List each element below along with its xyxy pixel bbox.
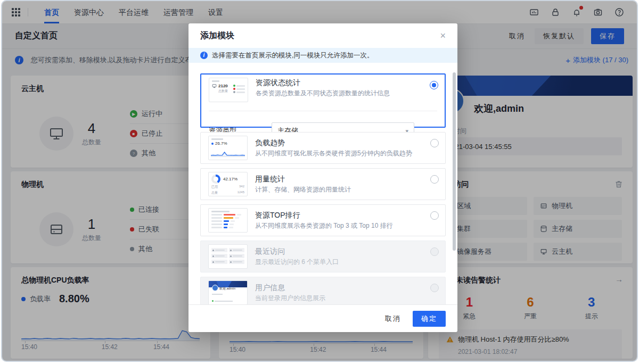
add-module-modal: 添加模块 × i 选择需要在首页展示的模块,同一模块只允许添加一次。 2120 xyxy=(189,23,457,332)
module-option-resource-status[interactable]: 2120 总数量 资源状态统计 各类资源总数量及不同状态资源数量的统计信息 xyxy=(200,73,446,128)
option-title: 用量统计 xyxy=(255,174,438,184)
close-icon[interactable]: × xyxy=(440,31,446,40)
radio-unselected[interactable] xyxy=(430,211,439,220)
module-option-recent-access: 最近访问 显示最近访问的 6 个菜单入口 xyxy=(200,241,446,272)
modal-notice: i 选择需要在首页展示的模块,同一模块只允许添加一次。 xyxy=(189,48,457,63)
radio-unselected[interactable] xyxy=(430,139,439,147)
option-desc: 计算、存储、网络资源的用量统计 xyxy=(255,185,438,194)
donut-chart-icon xyxy=(211,175,220,184)
option-title: 用户信息 xyxy=(255,283,438,293)
option-desc: 从不同维度可视化展示各类硬件资源5分钟内的负载趋势 xyxy=(255,149,438,158)
modal-title: 添加模块 xyxy=(200,30,234,42)
option-desc: 各类资源总数量及不同状态资源数量的统计信息 xyxy=(256,89,437,98)
option-title: 资源状态统计 xyxy=(256,78,437,88)
modal-scrollbar[interactable] xyxy=(453,72,456,251)
recent-access-thumbnail xyxy=(208,244,248,269)
user-info-thumbnail: 欢迎,admin xyxy=(208,280,248,304)
info-icon: i xyxy=(200,52,208,59)
radio-disabled xyxy=(430,284,439,292)
module-option-top-ranking[interactable]: 资源TOP排行 从不同维度展示各类资源的 Top 3 或 Top 10 排行 xyxy=(200,204,446,236)
option-title: 最近访问 xyxy=(255,246,438,257)
top-ranking-thumbnail xyxy=(208,208,248,233)
modal-cancel-button[interactable]: 取消 xyxy=(383,311,403,327)
resource-status-thumbnail: 2120 总数量 xyxy=(209,78,248,102)
radio-unselected[interactable] xyxy=(430,175,439,184)
divider xyxy=(209,111,437,111)
radio-selected[interactable] xyxy=(430,81,438,89)
load-trend-thumbnail: 26.7% xyxy=(208,136,248,160)
option-title: 资源TOP排行 xyxy=(255,210,438,220)
modal-ok-button[interactable]: 确定 xyxy=(413,311,446,327)
usage-stats-thumbnail: 42.17% 已用342 总量1245 xyxy=(208,172,248,196)
option-desc: 显示最近访问的 6 个菜单入口 xyxy=(255,258,438,267)
module-option-user-info: 欢迎,admin 用户信息 当前登录用户的信息展示 xyxy=(200,277,446,304)
radio-disabled xyxy=(430,247,439,256)
option-desc: 从不同维度展示各类资源的 Top 3 或 Top 10 排行 xyxy=(255,221,438,230)
option-title: 负载趋势 xyxy=(255,138,438,148)
module-option-list: 2120 总数量 资源状态统计 各类资源总数量及不同状态资源数量的统计信息 xyxy=(189,63,457,304)
module-option-usage-stats[interactable]: 42.17% 已用342 总量1245 用量统计 计算、存储、网络资源的用量统计 xyxy=(200,168,446,200)
option-desc: 当前登录用户的信息展示 xyxy=(255,294,438,303)
app-window: 首页 资源中心 平台运维 运营管理 设置 自定义首页 xyxy=(1,0,638,362)
module-option-load-trend[interactable]: 26.7% 负载趋势 从不同维度可视化展示各类硬件资源5分钟内的负载趋势 xyxy=(200,132,446,164)
